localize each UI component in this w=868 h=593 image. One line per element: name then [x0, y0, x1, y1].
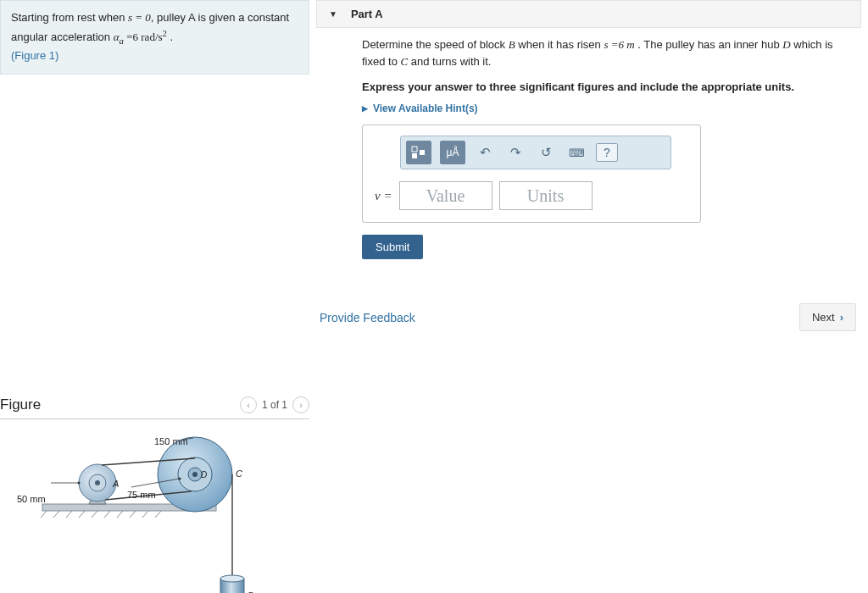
- svg-rect-31: [420, 150, 425, 155]
- value-input[interactable]: Value: [399, 181, 492, 210]
- next-button[interactable]: Next ›: [799, 303, 856, 331]
- fraction-icon: [411, 146, 426, 159]
- collapse-icon: ▼: [329, 9, 337, 19]
- problem-text: Starting from rest when s = 0, pulley A …: [11, 11, 289, 43]
- svg-point-22: [220, 575, 244, 582]
- figure-counter: 1 of 1: [262, 399, 287, 411]
- part-title: Part A: [351, 8, 383, 20]
- instruction-text: Determine the speed of block B when it h…: [362, 36, 846, 70]
- answer-variable-label: v =: [375, 189, 392, 203]
- figure-header: Figure ‹ 1 of 1 ›: [0, 396, 309, 419]
- chevron-right-icon: ›: [840, 311, 843, 324]
- view-hints-link[interactable]: ▶ View Available Hint(s): [362, 103, 846, 114]
- undo-button[interactable]: ↶: [474, 141, 496, 163]
- figure-link[interactable]: (Figure 1): [11, 49, 58, 62]
- svg-point-17: [192, 472, 198, 477]
- figure-prev-button[interactable]: ‹: [240, 396, 257, 413]
- svg-line-4: [79, 511, 85, 518]
- help-button[interactable]: ?: [596, 143, 618, 162]
- equation-toolbar: μÅ ↶ ↷ ↺ ⌨ ?: [400, 136, 671, 169]
- redo-button[interactable]: ↷: [504, 141, 526, 163]
- svg-line-6: [104, 511, 110, 518]
- svg-line-5: [92, 511, 97, 518]
- svg-line-7: [117, 511, 123, 518]
- label-rc: 150 mm: [154, 436, 188, 446]
- svg-line-1: [41, 511, 47, 518]
- problem-statement: Starting from rest when s = 0, pulley A …: [0, 0, 309, 75]
- label-D: D: [201, 470, 207, 479]
- answer-prompt: Express your answer to three significant…: [362, 79, 846, 96]
- figure-title: Figure: [0, 396, 240, 413]
- figure-image: 50 mm A 75 mm 150 mm D C B s: [0, 431, 309, 593]
- chevron-right-icon: ▶: [362, 104, 368, 113]
- template-button[interactable]: [406, 141, 431, 164]
- svg-point-13: [95, 480, 100, 485]
- submit-button[interactable]: Submit: [362, 235, 423, 259]
- svg-line-3: [66, 511, 72, 518]
- svg-point-27: [179, 478, 181, 480]
- units-input[interactable]: Units: [499, 181, 593, 210]
- svg-line-10: [155, 511, 161, 518]
- units-symbol-button[interactable]: μÅ: [440, 141, 465, 164]
- label-ra: 50 mm: [17, 494, 46, 504]
- label-rd: 75 mm: [127, 490, 156, 500]
- svg-line-9: [142, 511, 148, 518]
- svg-line-8: [130, 511, 136, 518]
- figure-next-button[interactable]: ›: [292, 396, 309, 413]
- svg-line-2: [53, 511, 59, 518]
- label-A: A: [112, 479, 119, 489]
- reset-button[interactable]: ↺: [535, 141, 557, 163]
- svg-rect-30: [412, 153, 417, 158]
- label-C: C: [236, 468, 242, 479]
- provide-feedback-link[interactable]: Provide Feedback: [316, 311, 415, 324]
- answer-box: μÅ ↶ ↷ ↺ ⌨ ? v = Value Units: [362, 125, 701, 223]
- svg-rect-29: [412, 147, 417, 152]
- part-header[interactable]: ▼ Part A: [316, 0, 861, 28]
- svg-point-25: [78, 482, 81, 485]
- keyboard-button[interactable]: ⌨: [565, 141, 587, 163]
